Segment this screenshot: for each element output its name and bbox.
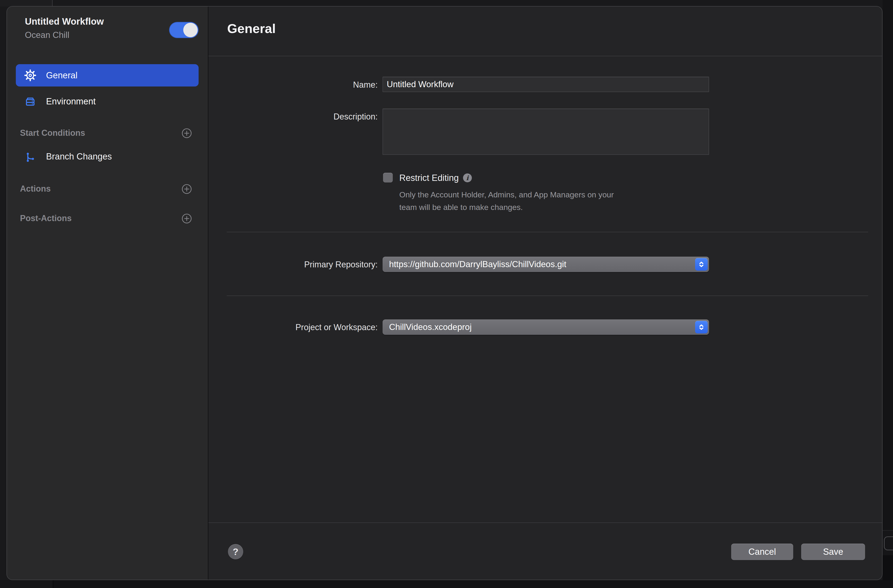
primary-repository-popup[interactable]: https://github.com/DarrylBayliss/ChillVi… — [383, 257, 709, 272]
add-post-action-button[interactable] — [181, 213, 192, 224]
save-button[interactable]: Save — [801, 544, 865, 560]
section-start-conditions: Start Conditions — [20, 128, 85, 138]
project-workspace-label: Project or Workspace: — [208, 322, 378, 332]
cancel-button[interactable]: Cancel — [731, 544, 793, 560]
sidebar: Untitled Workflow Ocean Chill — [7, 6, 208, 580]
description-input[interactable] — [383, 108, 709, 155]
chevron-up-down-icon — [695, 258, 708, 271]
sidebar-item-label: Environment — [46, 90, 96, 112]
add-action-button[interactable] — [181, 183, 192, 194]
footer-divider — [208, 522, 882, 523]
toggle-knob — [183, 23, 198, 37]
project-workspace-popup[interactable]: ChillVideos.xcodeproj — [383, 319, 709, 335]
help-button[interactable]: ? — [228, 544, 243, 559]
restrict-help-line2: team will be able to make changes. — [399, 201, 614, 214]
workflow-subtitle: Ocean Chill — [25, 30, 69, 40]
workflow-enabled-toggle[interactable] — [169, 22, 198, 38]
gear-icon — [24, 69, 36, 81]
restrict-editing-checkbox[interactable] — [383, 173, 393, 182]
background-window-bottom-right — [53, 580, 893, 588]
screen: Untitled Workflow Ocean Chill — [0, 0, 893, 588]
add-start-condition-button[interactable] — [181, 128, 192, 138]
sidebar-item-label: Branch Changes — [46, 152, 112, 162]
name-label: Name: — [208, 80, 378, 90]
primary-repository-value: https://github.com/DarrylBayliss/ChillVi… — [389, 257, 566, 272]
project-workspace-value: ChillVideos.xcodeproj — [389, 319, 472, 335]
primary-repository-label: Primary Repository: — [208, 260, 378, 269]
section-divider — [227, 232, 868, 232]
chevron-up-down-icon — [695, 321, 708, 334]
page-title: General — [227, 21, 276, 36]
restrict-help-line1: Only the Account Holder, Admins, and App… — [399, 188, 614, 201]
background-window-right — [882, 0, 893, 588]
main-pane: General Name: Description: Restrict Edit… — [208, 6, 882, 580]
background-window-partial-button — [884, 536, 893, 550]
header-divider — [208, 56, 882, 56]
background-window-bottom-divider — [53, 580, 53, 588]
restrict-editing-help: Only the Account Holder, Admins, and App… — [399, 188, 614, 214]
section-post-actions: Post-Actions — [20, 214, 72, 223]
info-icon[interactable] — [463, 173, 472, 182]
background-window-top-left — [0, 0, 52, 6]
servers-icon — [24, 95, 36, 107]
section-divider — [227, 296, 868, 296]
workflow-title: Untitled Workflow — [25, 16, 104, 27]
name-input[interactable] — [383, 77, 709, 92]
workflow-editor-sheet: Untitled Workflow Ocean Chill — [6, 6, 882, 580]
sidebar-item-general[interactable]: General — [16, 64, 198, 86]
section-actions: Actions — [20, 184, 51, 194]
sidebar-item-label: General — [46, 64, 77, 86]
background-window-bottom-left — [0, 580, 53, 588]
background-window-divider — [52, 0, 53, 6]
description-label: Description: — [208, 112, 378, 122]
sidebar-item-environment[interactable]: Environment — [16, 90, 198, 112]
restrict-editing-label: Restrict Editing — [399, 173, 459, 183]
restrict-editing-row: Restrict Editing — [399, 172, 472, 183]
branch-icon — [24, 151, 36, 163]
background-window-top-right — [52, 0, 893, 6]
